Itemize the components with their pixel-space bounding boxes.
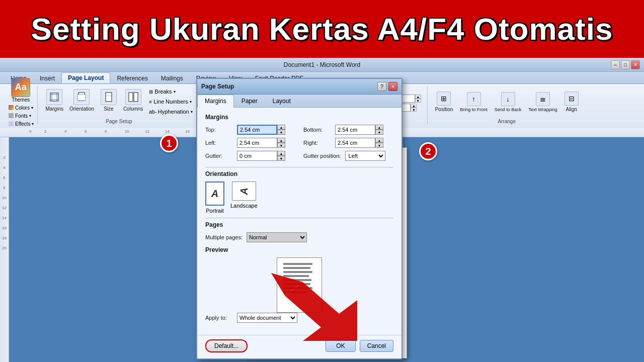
top-margin-input-group: ▲ ▼ — [237, 125, 285, 135]
dialog-help-button[interactable]: ? — [377, 82, 386, 91]
left-margin-down[interactable]: ▼ — [277, 143, 285, 148]
top-margin-spinner[interactable]: ▲ ▼ — [277, 125, 285, 135]
gutter-input-group: ▲ ▼ — [237, 151, 285, 161]
margins-left-col: Top: ▲ ▼ Left: — [205, 125, 295, 164]
top-margin-up[interactable]: ▲ — [277, 125, 285, 130]
right-margin-up[interactable]: ▲ — [375, 138, 383, 143]
right-margin-spinner[interactable]: ▲ ▼ — [375, 138, 383, 148]
left-margin-up[interactable]: ▲ — [277, 138, 285, 143]
top-margin-label: Top: — [205, 127, 233, 133]
dialog-titlebar-controls: ? × — [377, 82, 397, 91]
multiple-pages-row: Multiple pages: Normal Mirror margins 2 … — [205, 232, 393, 242]
portrait-label: Portrait — [206, 208, 223, 214]
dialog-tabs: Margins Paper Layout — [197, 95, 401, 108]
pages-section-title: Pages — [205, 221, 393, 228]
left-margin-label: Left: — [205, 140, 233, 146]
landscape-button[interactable]: A Landscape — [230, 182, 258, 214]
right-margin-label: Right: — [303, 140, 331, 146]
gutter-row: Gutter: ▲ ▼ — [205, 151, 295, 161]
landscape-label: Landscape — [230, 203, 258, 209]
gutter-position-label: Gutter position: — [303, 153, 341, 159]
gutter-down[interactable]: ▼ — [277, 156, 285, 161]
separator1 — [205, 167, 393, 167]
portrait-icon: A — [205, 182, 224, 206]
dialog-titlebar: Page Setup ? × — [197, 79, 401, 95]
margins-fields: Top: ▲ ▼ Left: — [205, 125, 393, 164]
left-margin-row: Left: ▲ ▼ — [205, 138, 295, 148]
bottom-margin-down[interactable]: ▼ — [375, 130, 383, 135]
svg-marker-12 — [285, 282, 357, 341]
gutter-position-row: Gutter position: Left Top — [303, 151, 393, 161]
word-application: Document1 - Microsoft Word – □ ✕ Home In… — [0, 58, 644, 362]
multiple-pages-label: Multiple pages: — [205, 234, 243, 240]
orientation-section-title: Orientation — [205, 170, 393, 177]
top-margin-row: Top: ▲ ▼ — [205, 125, 295, 135]
gutter-position-select[interactable]: Left Top — [345, 151, 385, 161]
right-margin-down[interactable]: ▼ — [375, 143, 383, 148]
dialog-title: Page Setup — [201, 83, 234, 90]
gutter-label: Gutter: — [205, 153, 233, 159]
margins-section-title: Margins — [205, 114, 393, 121]
cancel-button[interactable]: Cancel — [360, 340, 393, 352]
apply-to-label: Apply to: — [205, 315, 233, 321]
left-margin-input[interactable] — [237, 138, 277, 148]
preview-section-title: Preview — [205, 246, 393, 253]
right-margin-row: Right: ▲ ▼ — [303, 138, 393, 148]
title-banner: Setting Ukuran Kertas A4/F4 Otomatis — [0, 0, 644, 58]
gutter-spinner[interactable]: ▲ ▼ — [277, 151, 285, 161]
left-margin-spinner[interactable]: ▲ ▼ — [277, 138, 285, 148]
orientation-group: A Portrait A Landscape — [205, 182, 393, 214]
left-margin-input-group: ▲ ▼ — [237, 138, 285, 148]
bottom-margin-row: Bottom: ▲ ▼ — [303, 125, 393, 135]
separator2 — [205, 218, 393, 218]
right-margin-input[interactable] — [335, 138, 375, 148]
bottom-margin-spinner[interactable]: ▲ ▼ — [375, 125, 383, 135]
dialog-overlay: Page Setup ? × Margins Paper Layout Marg… — [0, 58, 644, 362]
right-margin-input-group: ▲ ▼ — [335, 138, 383, 148]
top-margin-down[interactable]: ▼ — [277, 130, 285, 135]
pages-section: Pages Multiple pages: Normal Mirror marg… — [205, 221, 393, 242]
gutter-up[interactable]: ▲ — [277, 151, 285, 156]
gutter-input[interactable] — [237, 151, 277, 161]
dialog-tab-layout[interactable]: Layout — [265, 95, 298, 108]
bottom-margin-input[interactable] — [335, 125, 375, 135]
bottom-margin-label: Bottom: — [303, 127, 331, 133]
default-button[interactable]: Default... — [205, 339, 248, 352]
portrait-button[interactable]: A Portrait — [205, 182, 224, 214]
margins-right-col: Bottom: ▲ ▼ Right: — [303, 125, 393, 164]
bottom-margin-up[interactable]: ▲ — [375, 125, 383, 130]
dialog-close-button[interactable]: × — [388, 82, 397, 91]
bottom-margin-input-group: ▲ ▼ — [335, 125, 383, 135]
dialog-tab-margins[interactable]: Margins — [197, 95, 234, 108]
multiple-pages-select[interactable]: Normal Mirror margins 2 pages per sheet — [247, 232, 307, 242]
big-red-arrow — [267, 264, 357, 356]
banner-title: Setting Ukuran Kertas A4/F4 Otomatis — [31, 11, 613, 47]
top-margin-input[interactable] — [237, 125, 277, 135]
dialog-tab-paper[interactable]: Paper — [234, 95, 265, 108]
landscape-icon: A — [232, 182, 256, 201]
